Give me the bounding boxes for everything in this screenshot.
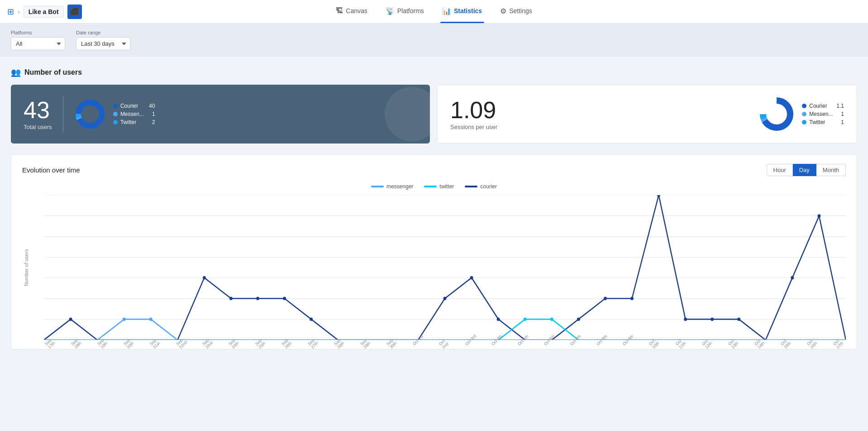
total-users-label: Total users xyxy=(24,124,52,130)
twitter-swatch xyxy=(424,186,437,187)
messenger-legend-label: messenger xyxy=(386,183,413,190)
s-messenger-dot xyxy=(802,112,806,116)
legend-courier: Courier 40 xyxy=(113,103,155,109)
chart-legend-courier: courier xyxy=(465,183,497,190)
messenger-dot-2 xyxy=(149,317,153,321)
bot-name: Like a Bot xyxy=(24,6,64,18)
nav-settings[interactable]: ⚙ Settings xyxy=(498,0,534,23)
sessions-legend-courier: Courier 1.1 xyxy=(802,103,844,109)
svg-point-29 xyxy=(470,276,473,279)
chart-header: Evolution over time Hour Day Month xyxy=(22,164,846,176)
s-twitter-dot xyxy=(802,120,806,125)
courier-label: Courier xyxy=(120,103,138,109)
x-axis-labels: Sep 17th Sep 18th Sep 19th Sep 20th Sep … xyxy=(44,343,846,352)
settings-icon: ⚙ xyxy=(500,7,506,15)
nav-statistics[interactable]: 📊 Statistics xyxy=(440,0,484,23)
sessions-label: Sessions per user xyxy=(450,124,497,130)
chart-outer: Number of users 7 6 5 4 xyxy=(22,195,846,340)
courier-line xyxy=(44,195,846,340)
svg-point-34 xyxy=(657,195,660,197)
twitter-legend-label: twitter xyxy=(439,183,454,190)
chart-btn-day[interactable]: Day xyxy=(793,164,816,176)
chart-legend-twitter: twitter xyxy=(424,183,454,190)
s-messenger-label: Messen... xyxy=(809,111,833,117)
svg-point-8 xyxy=(767,104,787,124)
grid-icon[interactable]: ⊞ xyxy=(7,7,14,17)
sessions-legend-messenger: Messen... 1 xyxy=(802,111,844,117)
nav-platforms-label: Platforms xyxy=(397,7,424,14)
canvas-icon: 🏗 xyxy=(336,7,343,15)
nav-canvas[interactable]: 🏗 Canvas xyxy=(334,0,369,23)
platforms-icon: 📡 xyxy=(386,7,395,15)
s-twitter-value: 1 xyxy=(835,119,844,125)
platforms-select[interactable]: All Courier Messenger Twitter xyxy=(11,37,65,50)
chart-legend: messenger twitter courier xyxy=(22,183,846,190)
twitter-value: 2 xyxy=(147,119,155,125)
courier-legend-label: courier xyxy=(480,183,497,190)
nav-left: ⊞ › Like a Bot ⬛ xyxy=(7,5,82,19)
s-courier-dot xyxy=(802,104,806,108)
messenger-dot xyxy=(113,112,118,116)
chart-title: Evolution over time xyxy=(22,166,80,174)
chart-area: 7 6 5 4 3 2 1 0 xyxy=(44,195,846,340)
date-range-filter: Date range Last 30 days Last 7 days Last… xyxy=(76,30,130,50)
chart-btn-hour[interactable]: Hour xyxy=(767,164,793,176)
svg-point-28 xyxy=(444,297,447,300)
filter-bar: Platforms All Courier Messenger Twitter … xyxy=(0,24,868,57)
main-nav: 🏗 Canvas 📡 Platforms 📊 Statistics ⚙ Sett… xyxy=(334,0,534,23)
card-divider xyxy=(63,96,63,133)
twitter-dot xyxy=(113,120,118,125)
chart-controls: Hour Day Month xyxy=(767,164,846,176)
section-title: Number of users xyxy=(24,68,82,77)
chart-legend-messenger: messenger xyxy=(371,183,413,190)
sessions-stat-left: 1.09 Sessions per user xyxy=(450,98,497,130)
svg-point-27 xyxy=(310,317,313,321)
svg-point-35 xyxy=(684,317,687,321)
courier-swatch xyxy=(465,186,477,187)
svg-point-36 xyxy=(711,317,714,321)
nav-statistics-label: Statistics xyxy=(454,7,482,14)
stats-row: 43 Total users xyxy=(11,85,857,144)
messenger-label: Messen... xyxy=(120,111,144,117)
sessions-stat-card: 1.09 Sessions per user Courier 1.1 xyxy=(437,85,857,144)
users-donut-chart xyxy=(74,98,106,130)
s-messenger-value: 1 xyxy=(835,111,844,117)
svg-point-26 xyxy=(283,297,286,300)
svg-point-32 xyxy=(604,297,607,300)
platforms-filter-label: Platforms xyxy=(11,30,65,35)
courier-dot-3 xyxy=(229,297,233,300)
s-twitter-label: Twitter xyxy=(809,119,825,125)
svg-point-4 xyxy=(82,106,98,122)
messenger-swatch xyxy=(371,186,384,187)
svg-point-37 xyxy=(737,317,740,321)
statistics-icon: 📊 xyxy=(442,7,451,15)
messenger-dot-1 xyxy=(123,317,126,321)
svg-point-33 xyxy=(630,297,634,300)
nav-platforms[interactable]: 📡 Platforms xyxy=(384,0,426,23)
svg-point-39 xyxy=(817,214,820,217)
chart-btn-month[interactable]: Month xyxy=(816,164,846,176)
main-content: 👥 Number of users 43 Total users xyxy=(0,57,868,360)
courier-dot-1 xyxy=(69,317,72,321)
evolution-chart-section: Evolution over time Hour Day Month messe… xyxy=(11,154,857,350)
s-courier-label: Courier xyxy=(809,103,827,109)
svg-point-25 xyxy=(256,297,259,300)
legend-twitter: Twitter 2 xyxy=(113,119,155,125)
twitter-label: Twitter xyxy=(120,119,136,125)
nav-settings-label: Settings xyxy=(509,7,532,14)
date-range-select[interactable]: Last 30 days Last 7 days Last 90 days xyxy=(76,37,130,50)
top-nav: ⊞ › Like a Bot ⬛ 🏗 Canvas 📡 Platforms 📊 … xyxy=(0,0,868,24)
twitter-dot-1 xyxy=(524,317,527,321)
users-stat-card: 43 Total users xyxy=(11,85,430,144)
sessions-donut-chart xyxy=(758,96,795,132)
sessions-number: 1.09 xyxy=(450,98,497,122)
messenger-value: 1 xyxy=(147,111,155,117)
chart-svg: 7 6 5 4 3 2 1 0 xyxy=(44,195,846,340)
svg-point-31 xyxy=(577,317,580,321)
svg-point-38 xyxy=(791,276,794,279)
courier-value: 40 xyxy=(143,103,155,109)
s-courier-value: 1.1 xyxy=(831,103,844,109)
svg-point-30 xyxy=(497,317,500,321)
users-donut-section: Courier 40 Messen... 1 Twitter 2 xyxy=(74,98,155,130)
date-range-label: Date range xyxy=(76,30,130,35)
